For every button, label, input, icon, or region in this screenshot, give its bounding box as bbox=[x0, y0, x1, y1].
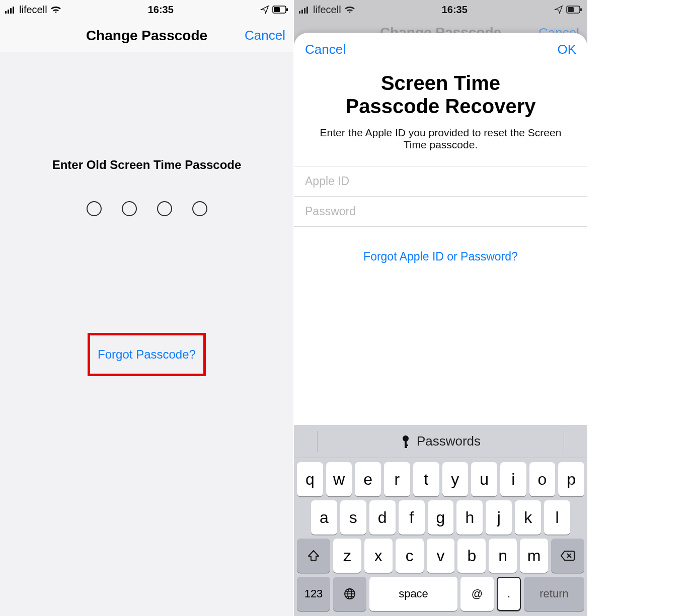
svg-rect-5 bbox=[274, 7, 280, 12]
keyboard-row: q w e r t y u i o p bbox=[294, 458, 587, 496]
key-v[interactable]: v bbox=[427, 539, 455, 573]
key-w[interactable]: w bbox=[326, 462, 352, 496]
key-i[interactable]: i bbox=[500, 462, 526, 496]
key-g[interactable]: g bbox=[428, 500, 454, 535]
screenshot-left: lifecell 16:35 Change Passcode Cancel En… bbox=[0, 0, 293, 616]
key-c[interactable]: c bbox=[396, 539, 424, 573]
status-time: 16:35 bbox=[442, 4, 468, 16]
key-p[interactable]: p bbox=[558, 462, 584, 496]
at-key[interactable]: @ bbox=[460, 577, 494, 611]
backspace-key[interactable] bbox=[551, 539, 584, 573]
key-x[interactable]: x bbox=[364, 539, 393, 573]
keyboard: Passwords q w e r t y u i o p a s d f g … bbox=[294, 425, 587, 616]
passcode-dot bbox=[87, 201, 102, 216]
svg-rect-17 bbox=[405, 447, 407, 448]
svg-rect-10 bbox=[306, 7, 308, 14]
globe-key[interactable] bbox=[333, 577, 366, 611]
svg-rect-0 bbox=[5, 11, 7, 14]
space-key[interactable]: space bbox=[369, 577, 457, 611]
key-b[interactable]: b bbox=[457, 539, 486, 573]
nav-bar: Change Passcode Cancel bbox=[0, 19, 293, 52]
battery-icon bbox=[272, 6, 288, 14]
key-y[interactable]: y bbox=[442, 462, 469, 496]
status-bar: lifecell 16:35 bbox=[294, 0, 587, 19]
carrier-label: lifecell bbox=[19, 4, 47, 16]
return-key[interactable]: return bbox=[524, 577, 584, 611]
svg-rect-9 bbox=[304, 8, 305, 14]
sheet-subtitle: Enter the Apple ID you provided to reset… bbox=[294, 118, 587, 166]
forgot-apple-id-link[interactable]: Forgot Apple ID or Password? bbox=[294, 227, 587, 284]
modal-sheet: Cancel OK Screen Time Passcode Recovery … bbox=[294, 33, 587, 616]
key-k[interactable]: k bbox=[515, 500, 541, 535]
key-f[interactable]: f bbox=[399, 500, 425, 535]
highlight-box: Forgot Passcode? bbox=[88, 333, 206, 376]
shift-key[interactable] bbox=[297, 539, 330, 573]
signal-icon bbox=[5, 6, 16, 14]
svg-rect-16 bbox=[405, 445, 408, 446]
numeric-key[interactable]: 123 bbox=[297, 577, 330, 611]
key-d[interactable]: d bbox=[369, 500, 396, 535]
cancel-button[interactable]: Cancel bbox=[245, 28, 285, 43]
keyboard-suggestion-label: Passwords bbox=[417, 433, 481, 449]
key-j[interactable]: j bbox=[486, 500, 512, 535]
svg-rect-1 bbox=[8, 10, 9, 14]
svg-rect-3 bbox=[13, 7, 14, 14]
key-z[interactable]: z bbox=[333, 539, 361, 573]
battery-icon bbox=[566, 6, 582, 14]
keyboard-row: a s d f g h j k l bbox=[294, 496, 587, 535]
key-icon bbox=[401, 435, 411, 448]
key-h[interactable]: h bbox=[456, 500, 483, 535]
dot-key[interactable]: . bbox=[497, 577, 521, 611]
wifi-icon bbox=[344, 6, 355, 14]
key-u[interactable]: u bbox=[471, 462, 497, 496]
carrier-label: lifecell bbox=[313, 4, 341, 16]
shift-icon bbox=[307, 549, 320, 562]
location-icon bbox=[554, 5, 563, 14]
sheet-title: Screen Time Passcode Recovery bbox=[294, 62, 587, 118]
passcode-input[interactable] bbox=[0, 201, 293, 216]
key-n[interactable]: n bbox=[489, 539, 517, 573]
status-bar: lifecell 16:35 bbox=[0, 0, 293, 19]
passcode-prompt: Enter Old Screen Time Passcode bbox=[0, 158, 293, 172]
key-s[interactable]: s bbox=[340, 500, 366, 535]
signal-icon bbox=[299, 6, 310, 14]
key-a[interactable]: a bbox=[311, 500, 337, 535]
key-m[interactable]: m bbox=[520, 539, 548, 573]
screenshot-right: lifecell 16:35 Change Passcode Cancel Ca… bbox=[294, 0, 587, 616]
globe-icon bbox=[343, 587, 356, 600]
password-field[interactable]: Password bbox=[294, 196, 587, 227]
svg-rect-13 bbox=[580, 8, 582, 11]
status-time: 16:35 bbox=[148, 4, 174, 16]
svg-rect-7 bbox=[299, 11, 300, 14]
keyboard-row: 123 space @ . return bbox=[294, 573, 587, 611]
svg-rect-6 bbox=[286, 8, 288, 11]
key-e[interactable]: e bbox=[355, 462, 381, 496]
svg-point-14 bbox=[403, 435, 409, 442]
key-t[interactable]: t bbox=[413, 462, 439, 496]
passcode-dot bbox=[157, 201, 172, 216]
forgot-passcode-link[interactable]: Forgot Passcode? bbox=[98, 347, 196, 362]
svg-rect-8 bbox=[301, 10, 303, 14]
keyboard-suggestion-bar[interactable]: Passwords bbox=[294, 425, 587, 458]
passcode-dot bbox=[122, 201, 137, 216]
sheet-cancel-button[interactable]: Cancel bbox=[305, 42, 346, 57]
svg-rect-12 bbox=[568, 7, 574, 12]
apple-id-field[interactable]: Apple ID bbox=[294, 166, 587, 196]
key-q[interactable]: q bbox=[297, 462, 323, 496]
wifi-icon bbox=[50, 6, 61, 14]
passcode-dot bbox=[192, 201, 207, 216]
svg-rect-2 bbox=[10, 8, 12, 14]
whitespace bbox=[587, 0, 694, 616]
key-l[interactable]: l bbox=[544, 500, 570, 535]
key-o[interactable]: o bbox=[529, 462, 556, 496]
backspace-icon bbox=[560, 550, 575, 561]
key-r[interactable]: r bbox=[384, 462, 410, 496]
location-icon bbox=[260, 5, 269, 14]
keyboard-row: z x c v b n m bbox=[294, 535, 587, 573]
page-title: Change Passcode bbox=[86, 28, 207, 44]
sheet-ok-button[interactable]: OK bbox=[557, 42, 576, 57]
